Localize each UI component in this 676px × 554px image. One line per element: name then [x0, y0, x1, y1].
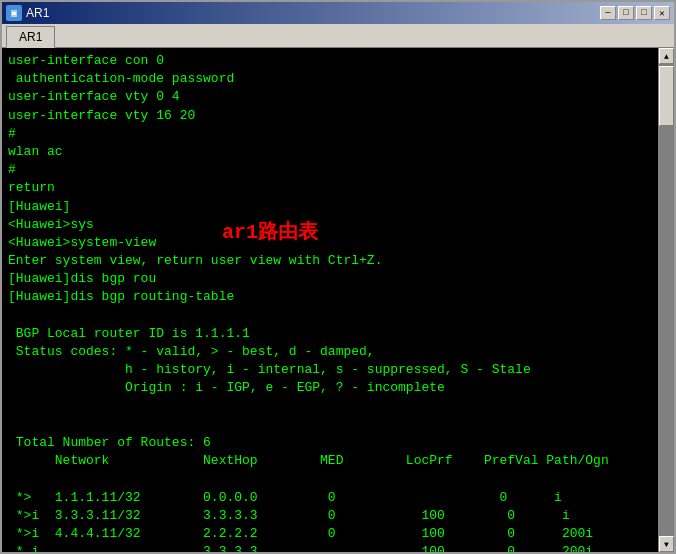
restore-button[interactable]: □ [618, 6, 634, 20]
terminal-container: user-interface con 0 authentication-mode… [2, 48, 674, 552]
minimize-button[interactable]: ─ [600, 6, 616, 20]
title-bar-left: ▣ AR1 [6, 5, 49, 21]
scrollbar-track[interactable] [659, 64, 674, 536]
main-window: ▣ AR1 ─ □ □ ✕ AR1 user-interface con 0 a… [0, 0, 676, 554]
tab-bar: AR1 [2, 24, 674, 48]
maximize-button[interactable]: □ [636, 6, 652, 20]
window-controls: ─ □ □ ✕ [600, 6, 670, 20]
scroll-up-button[interactable]: ▲ [659, 48, 674, 64]
scrollbar-thumb[interactable] [659, 66, 674, 126]
scroll-down-button[interactable]: ▼ [659, 536, 674, 552]
title-bar: ▣ AR1 ─ □ □ ✕ [2, 2, 674, 24]
window-title: AR1 [26, 6, 49, 20]
tab-ar1[interactable]: AR1 [6, 26, 55, 48]
scrollbar[interactable]: ▲ ▼ [658, 48, 674, 552]
app-icon: ▣ [6, 5, 22, 21]
close-button[interactable]: ✕ [654, 6, 670, 20]
terminal-output[interactable]: user-interface con 0 authentication-mode… [2, 48, 658, 552]
